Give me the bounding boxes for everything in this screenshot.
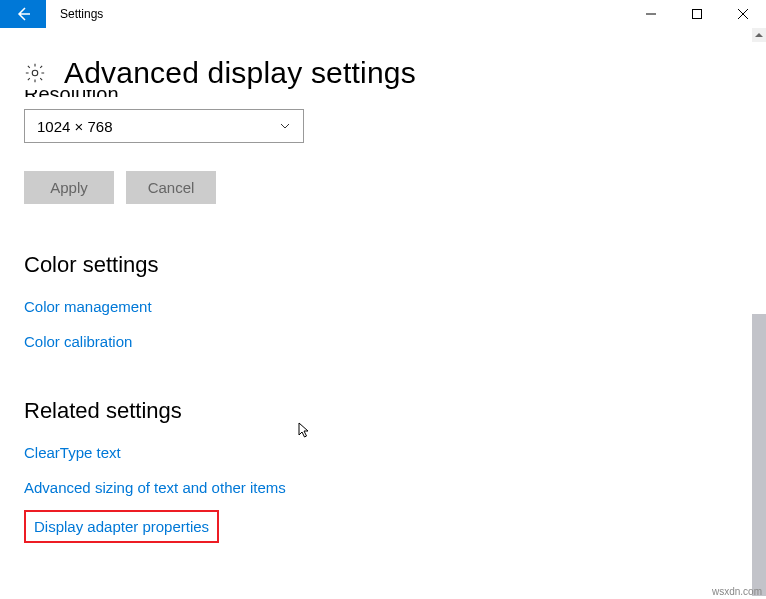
svg-rect-1: [693, 10, 702, 19]
color-management-link[interactable]: Color management: [24, 298, 152, 315]
page-header: Advanced display settings: [0, 28, 766, 90]
chevron-down-icon: [279, 120, 291, 132]
gear-icon: [24, 62, 46, 84]
minimize-button[interactable]: [628, 0, 674, 28]
maximize-icon: [692, 9, 702, 19]
color-settings-heading: Color settings: [24, 252, 742, 278]
minimize-icon: [646, 9, 656, 19]
back-button[interactable]: [0, 0, 46, 28]
content-area: Resolution 1024 × 768 Apply Cancel Color…: [0, 90, 766, 595]
color-calibration-link[interactable]: Color calibration: [24, 333, 132, 350]
resolution-label: Resolution: [24, 90, 742, 97]
highlight-box: Display adapter properties: [24, 510, 219, 543]
related-settings-heading: Related settings: [24, 398, 742, 424]
advanced-sizing-link[interactable]: Advanced sizing of text and other items: [24, 479, 286, 496]
arrow-left-icon: [15, 6, 31, 22]
display-adapter-link[interactable]: Display adapter properties: [34, 518, 209, 535]
apply-button[interactable]: Apply: [24, 171, 114, 204]
close-icon: [738, 9, 748, 19]
scrollbar-track[interactable]: [752, 314, 766, 596]
page-title: Advanced display settings: [64, 56, 416, 90]
title-bar: Settings: [0, 0, 766, 28]
watermark: wsxdn.com: [712, 586, 762, 597]
resolution-value: 1024 × 768: [37, 118, 113, 135]
maximize-button[interactable]: [674, 0, 720, 28]
window-controls: [628, 0, 766, 28]
svg-point-4: [32, 70, 38, 76]
window-title: Settings: [46, 0, 628, 28]
resolution-dropdown[interactable]: 1024 × 768: [24, 109, 304, 143]
chevron-up-icon: [755, 31, 763, 39]
button-row: Apply Cancel: [24, 171, 742, 204]
cleartype-link[interactable]: ClearType text: [24, 444, 121, 461]
close-button[interactable]: [720, 0, 766, 28]
scrollbar-thumb[interactable]: [752, 314, 766, 596]
scroll-up-button[interactable]: [752, 28, 766, 42]
cancel-button[interactable]: Cancel: [126, 171, 216, 204]
